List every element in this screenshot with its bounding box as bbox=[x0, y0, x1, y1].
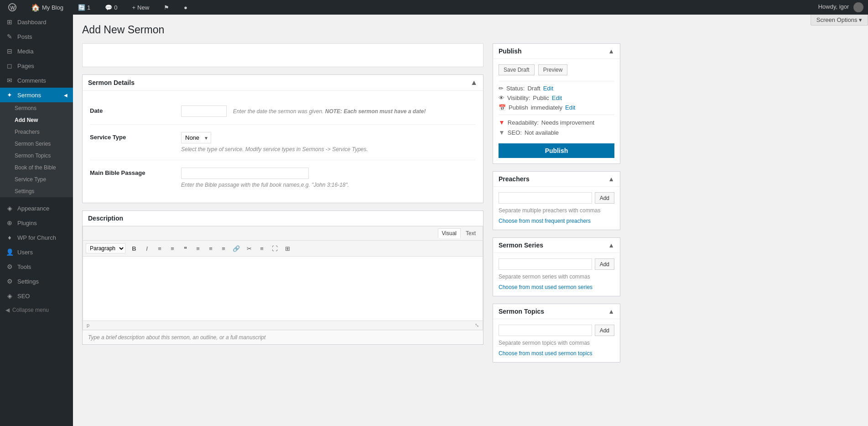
status-edit-link[interactable]: Edit bbox=[543, 85, 553, 92]
sidebar-subitem-settings[interactable]: Settings bbox=[0, 185, 73, 197]
publish-metabox: Publish ▲ Save Draft Preview ✏ Statu bbox=[493, 43, 620, 164]
adminbar-extra[interactable]: ● bbox=[180, 0, 191, 15]
sidebar-item-media[interactable]: ⊟ Media bbox=[0, 44, 73, 58]
pages-icon: ◻ bbox=[5, 62, 14, 69]
preachers-input[interactable] bbox=[499, 192, 592, 204]
preachers-choose-link[interactable]: Choose from most frequent preachers bbox=[499, 218, 591, 224]
sermon-series-choose-link[interactable]: Choose from most used sermon series bbox=[499, 284, 593, 290]
visibility-edit-link[interactable]: Edit bbox=[552, 95, 562, 101]
title-input-wrap bbox=[82, 43, 483, 67]
editor-tabs: Visual Text bbox=[83, 226, 483, 241]
grid-button[interactable]: ⊞ bbox=[281, 242, 293, 254]
format-select[interactable]: Paragraph bbox=[86, 243, 125, 253]
sermon-topics-header[interactable]: Sermon Topics ▲ bbox=[493, 304, 620, 319]
blockquote-button[interactable]: ❝ bbox=[179, 242, 191, 254]
publish-title: Publish bbox=[499, 47, 522, 55]
align-left-button[interactable]: ≡ bbox=[192, 242, 204, 254]
bold-button[interactable]: B bbox=[128, 242, 140, 254]
preachers-body: Add Separate multiple preachers with com… bbox=[493, 187, 620, 230]
sermon-series-toggle-icon[interactable]: ▲ bbox=[608, 242, 614, 249]
link-button[interactable]: 🔗 bbox=[230, 242, 242, 254]
sermon-topics-input[interactable] bbox=[499, 325, 592, 336]
sermon-topics-choose-link[interactable]: Choose from most used sermon topics bbox=[499, 350, 592, 357]
sermon-details-toggle[interactable]: ▲ bbox=[470, 79, 478, 87]
plugins-icon: ⊕ bbox=[5, 219, 14, 226]
bible-passage-input[interactable] bbox=[181, 168, 309, 179]
table-button[interactable]: ≡ bbox=[256, 242, 268, 254]
adminbar-wp-logo[interactable]: W bbox=[5, 0, 20, 15]
align-center-button[interactable]: ≡ bbox=[205, 242, 217, 254]
preachers-metabox: Preachers ▲ Add Separate multiple preach… bbox=[493, 171, 620, 230]
sidebar-subitem-sermons[interactable]: Sermons bbox=[0, 102, 73, 114]
sidebar-item-pages[interactable]: ◻ Pages bbox=[0, 58, 73, 73]
publish-time-edit-link[interactable]: Edit bbox=[565, 104, 575, 111]
adminbar-site-name[interactable]: 🏠 My Blog bbox=[27, 0, 67, 15]
adminbar-yoast[interactable]: ⚑ bbox=[160, 0, 173, 15]
preachers-add-button[interactable]: Add bbox=[595, 192, 614, 204]
editor-content-area[interactable] bbox=[83, 257, 483, 321]
bible-passage-label: Main Bible Passage bbox=[90, 168, 172, 176]
title-input[interactable] bbox=[83, 44, 483, 67]
collapse-menu[interactable]: ◀ Collapse menu bbox=[0, 303, 73, 317]
sermon-details-metabox: Sermon Details ▲ Date Enter the date th bbox=[82, 74, 483, 203]
status-info: ✏ Status: Draft Edit bbox=[499, 85, 614, 92]
adminbar-howdy: Howdy, igor bbox=[818, 2, 863, 12]
bible-passage-field: Enter the Bible passage with the full bo… bbox=[181, 168, 476, 188]
sidebar-subitem-sermon-series[interactable]: Sermon Series bbox=[0, 138, 73, 150]
sidebar-item-tools[interactable]: ⚙ Tools bbox=[0, 259, 73, 274]
italic-button[interactable]: I bbox=[141, 242, 153, 254]
sidebar-item-plugins[interactable]: ⊕ Plugins bbox=[0, 216, 73, 230]
posts-icon: ✎ bbox=[5, 33, 14, 40]
preachers-header[interactable]: Preachers ▲ bbox=[493, 172, 620, 187]
preview-button[interactable]: Preview bbox=[538, 64, 568, 75]
align-right-button[interactable]: ≡ bbox=[218, 242, 229, 254]
publish-button[interactable]: Publish bbox=[499, 143, 614, 158]
preachers-toggle-icon[interactable]: ▲ bbox=[608, 175, 614, 183]
sidebar-item-sermons[interactable]: ✦ Sermons ◀ bbox=[0, 88, 73, 102]
service-type-select[interactable]: None bbox=[181, 132, 211, 143]
publish-header[interactable]: Publish ▲ bbox=[493, 44, 620, 59]
fullscreen-button[interactable]: ⛶ bbox=[269, 242, 281, 254]
sermon-topics-add-button[interactable]: Add bbox=[595, 325, 614, 336]
sidebar-item-appearance[interactable]: ◈ Appearance bbox=[0, 201, 73, 216]
adminbar-comments[interactable]: 💬 0 bbox=[101, 0, 121, 15]
publish-toggle-icon[interactable]: ▲ bbox=[608, 47, 614, 55]
page-title: Add New Sermon bbox=[82, 24, 620, 36]
adminbar-updates[interactable]: 🔄 1 bbox=[74, 0, 94, 15]
date-field: Enter the date the sermon was given. NOT… bbox=[181, 105, 476, 117]
tab-text[interactable]: Text bbox=[462, 228, 480, 238]
sidebar-item-settings-bottom[interactable]: ⚙ Settings bbox=[0, 274, 73, 289]
sidebar-subitem-service-type[interactable]: Service Type bbox=[0, 174, 73, 185]
sidebar-subitem-preachers[interactable]: Preachers bbox=[0, 126, 73, 138]
sermon-topics-title: Sermon Topics bbox=[499, 308, 544, 315]
sermon-series-input[interactable] bbox=[499, 258, 592, 270]
sermon-details-header[interactable]: Sermon Details ▲ bbox=[83, 75, 483, 91]
description-title: Description bbox=[88, 215, 123, 222]
unlink-button[interactable]: ✂ bbox=[243, 242, 255, 254]
collapse-icon: ◀ bbox=[5, 307, 10, 313]
svg-text:W: W bbox=[10, 5, 16, 11]
sermon-series-header[interactable]: Sermon Series ▲ bbox=[493, 238, 620, 253]
media-icon: ⊟ bbox=[5, 47, 14, 55]
sidebar-subitem-add-new[interactable]: Add New bbox=[0, 114, 73, 126]
sidebar-item-users[interactable]: 👤 Users bbox=[0, 245, 73, 259]
tab-visual[interactable]: Visual bbox=[438, 228, 461, 238]
sidebar-item-posts[interactable]: ✎ Posts bbox=[0, 29, 73, 44]
sidebar-item-seo[interactable]: ◈ SEO bbox=[0, 289, 73, 303]
sidebar-item-comments[interactable]: ✉ Comments bbox=[0, 73, 73, 88]
date-input[interactable] bbox=[181, 105, 227, 117]
sermon-topics-toggle-icon[interactable]: ▲ bbox=[608, 308, 614, 315]
sermon-series-add-button[interactable]: Add bbox=[595, 258, 614, 270]
ul-button[interactable]: ≡ bbox=[154, 242, 166, 254]
adminbar-new[interactable]: + New bbox=[128, 0, 153, 15]
sidebar-item-dashboard[interactable]: ⊞ Dashboard bbox=[0, 15, 73, 29]
sidebar-subitem-book-of-bible[interactable]: Book of the Bible bbox=[0, 162, 73, 174]
save-draft-button[interactable]: Save Draft bbox=[499, 64, 535, 75]
description-hint: Type a brief description about this serm… bbox=[83, 330, 483, 344]
date-label: Date bbox=[90, 105, 172, 114]
description-header[interactable]: Description bbox=[83, 211, 483, 226]
screen-options-button[interactable]: Screen Options ▾ bbox=[811, 15, 868, 26]
ol-button[interactable]: ≡ bbox=[166, 242, 178, 254]
sidebar-item-wp-for-church[interactable]: ♦ WP for Church bbox=[0, 230, 73, 245]
sidebar-subitem-sermon-topics[interactable]: Sermon Topics bbox=[0, 150, 73, 162]
